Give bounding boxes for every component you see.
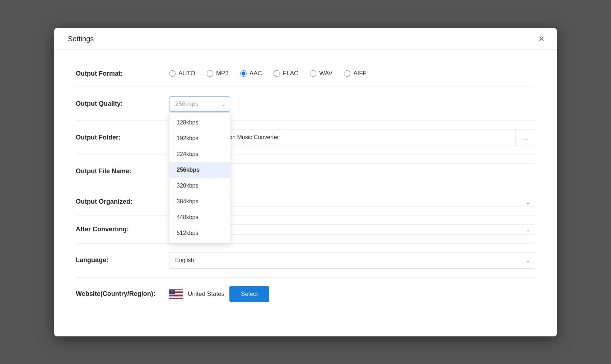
output-quality-content: 256kbps ⌄ 128kbps 192kbps 224kbps 256kbp… [169,96,535,112]
settings-window: Settings ✕ Output Format: AUTO MP3 [54,28,557,336]
quality-option-512[interactable]: 512kbps [169,225,230,241]
settings-content: Output Format: AUTO MP3 AAC [54,50,557,325]
title-bar: Settings ✕ [54,28,557,50]
output-format-content: AUTO MP3 AAC FLAC [169,70,535,77]
quality-option-448[interactable]: 448kbps [169,209,230,225]
output-quality-row: Output Quality: 256kbps ⌄ 128kbps 192kbp… [76,86,535,120]
window-title: Settings [68,35,94,43]
quality-option-384[interactable]: 384kbps [169,194,230,209]
format-aac[interactable]: AAC [240,70,262,77]
quality-dropdown-display[interactable]: 256kbps [169,96,230,112]
country-area: ★ ★ ★ ★ ★ ★ ★ ★ ★ ★ ★ ★ ★ ★ ★ ★ ★ United… [169,286,269,302]
quality-dropdown-popup: 128kbps 192kbps 224kbps 256kbps 320kbps … [169,112,230,244]
output-folder-row: Output Folder: … [76,120,535,155]
language-label: Language: [76,256,169,264]
folder-browse-button[interactable]: … [515,129,535,146]
quality-option-320[interactable]: 320kbps [169,178,230,194]
format-aiff[interactable]: AIFF [344,70,367,77]
quality-option-192[interactable]: 192kbps [169,131,230,146]
country-name: United States [188,290,224,298]
format-auto-label: AUTO [178,70,195,77]
format-auto-radio[interactable] [169,70,176,77]
close-button[interactable]: ✕ [536,34,547,44]
website-row: Website(Country/Region): ★ ★ ★ ★ [76,278,535,311]
website-label: Website(Country/Region): [76,290,169,298]
after-converting-row: After Converting: ⌄ [76,216,535,244]
output-filename-row: Output File Name: [76,155,535,188]
svg-text:★ ★ ★ ★ ★ ★: ★ ★ ★ ★ ★ ★ [169,292,177,294]
website-content: ★ ★ ★ ★ ★ ★ ★ ★ ★ ★ ★ ★ ★ ★ ★ ★ ★ United… [169,286,535,302]
output-filename-label: Output File Name: [76,167,169,175]
output-quality-label: Output Quality: [76,96,169,108]
format-aiff-radio[interactable] [344,70,350,77]
format-mp3[interactable]: MP3 [207,70,229,77]
format-flac-radio[interactable] [274,70,280,77]
format-aiff-label: AIFF [353,70,367,77]
format-mp3-label: MP3 [216,70,229,77]
quality-option-224[interactable]: 224kbps [169,146,230,162]
output-format-label: Output Format: [76,70,169,77]
quality-option-128[interactable]: 128kbps [169,115,230,131]
language-select[interactable]: English [169,252,535,269]
format-aac-label: AAC [249,70,262,77]
format-radio-group: AUTO MP3 AAC FLAC [169,70,367,77]
language-content: English ⌄ [169,252,535,269]
svg-rect-4 [169,294,183,295]
quality-dropdown-wrapper: 256kbps ⌄ 128kbps 192kbps 224kbps 256kbp… [169,96,230,112]
output-folder-label: Output Folder: [76,134,169,141]
format-mp3-radio[interactable] [207,70,213,77]
output-format-row: Output Format: AUTO MP3 AAC [76,61,535,86]
format-flac[interactable]: FLAC [274,70,298,77]
us-flag-icon: ★ ★ ★ ★ ★ ★ ★ ★ ★ ★ ★ ★ ★ ★ ★ ★ ★ [169,289,183,299]
format-aac-radio[interactable] [240,70,247,77]
format-wav[interactable]: WAV [310,70,332,77]
format-wav-radio[interactable] [310,70,316,77]
format-auto[interactable]: AUTO [169,70,195,77]
quality-option-256[interactable]: 256kbps [169,162,230,178]
format-flac-label: FLAC [283,70,298,77]
language-row: Language: English ⌄ [76,244,535,278]
language-dropdown-wrapper: English ⌄ [169,252,535,269]
select-country-button[interactable]: Select [229,286,269,302]
after-converting-label: After Converting: [76,226,169,233]
svg-rect-5 [169,296,183,297]
svg-rect-6 [169,297,183,298]
output-organized-label: Output Organized: [76,198,169,205]
format-wav-label: WAV [319,70,332,77]
output-organized-row: Output Organized: ⌄ [76,188,535,216]
